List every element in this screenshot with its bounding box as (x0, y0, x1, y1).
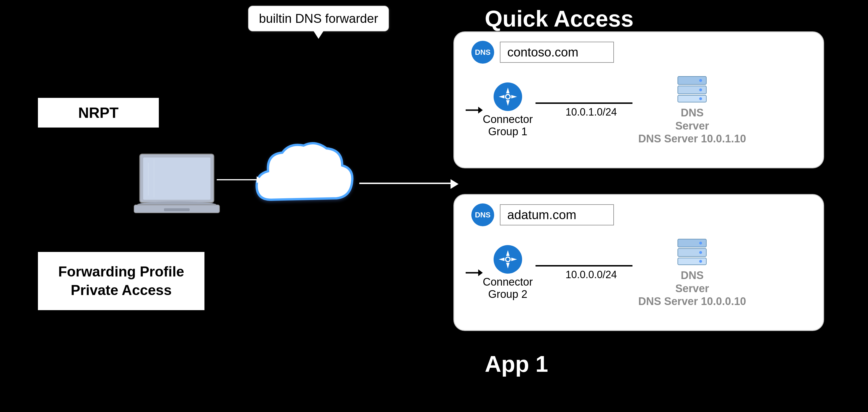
cloud-to-qa-arrow (451, 179, 459, 189)
quick-access-card-bottom: DNS adatum.com (454, 194, 824, 331)
diagram: NRPT Forwarding Profile Private Access (0, 0, 868, 412)
app1-label: App 1 (485, 351, 548, 377)
domain-box-bottom: adatum.com (500, 204, 614, 226)
svg-point-20 (699, 88, 702, 91)
conn-line-bottom (535, 265, 632, 266)
svg-point-30 (506, 258, 509, 261)
arrow-icon-bottom (466, 267, 483, 278)
dns-server-icon-top: DNSServerDNS Server 10.0.1.10 (638, 75, 746, 146)
dns-server-label-top: DNSServerDNS Server 10.0.1.10 (638, 107, 746, 146)
nrpt-box: NRPT (37, 97, 160, 128)
svg-rect-4 (164, 208, 190, 211)
dns-forwarder-bubble: builtin DNS forwarder (248, 6, 389, 31)
subnet-label-bottom: 10.0.0.0/24 (565, 269, 617, 281)
svg-point-36 (699, 260, 702, 263)
svg-point-21 (699, 97, 702, 100)
cloud-to-qa-line (359, 183, 454, 184)
dns-row-top: DNS contoso.com (454, 32, 823, 66)
dns-badge-bottom: DNS (471, 203, 494, 226)
dns-server-icon-bottom: DNSServerDNS Server 10.0.0.10 (638, 238, 746, 308)
conn-line-top (535, 102, 632, 104)
domain-box-top: contoso.com (500, 42, 614, 63)
connector-icon-bottom (494, 245, 522, 274)
connector-row-top: ConnectorGroup 1 10.0.1.0/24 (454, 75, 823, 146)
forwarding-profile-label: Forwarding Profile Private Access (58, 263, 184, 300)
cloud-icon (248, 137, 356, 223)
svg-rect-1 (143, 157, 211, 200)
svg-point-19 (699, 79, 702, 82)
svg-marker-23 (478, 269, 483, 276)
svg-point-15 (506, 95, 509, 98)
connector-label-top: ConnectorGroup 1 (483, 113, 533, 138)
connector-row-bottom: ConnectorGroup 2 10.0.0.0/24 (454, 238, 823, 308)
svg-marker-8 (478, 107, 483, 114)
dns-badge-top: DNS (471, 41, 494, 64)
svg-point-35 (699, 251, 702, 254)
arrow-icon-top (466, 105, 483, 116)
dns-server-label-bottom: DNSServerDNS Server 10.0.0.10 (638, 269, 746, 308)
connector-label-bottom: ConnectorGroup 2 (483, 276, 533, 300)
subnet-label-top: 10.0.1.0/24 (565, 106, 617, 118)
dns-row-bottom: DNS adatum.com (454, 195, 823, 229)
quick-access-card-top: DNS contoso.com (454, 31, 824, 168)
quick-access-label: Quick Access (485, 6, 633, 32)
forwarding-profile-box: Forwarding Profile Private Access (37, 251, 205, 311)
nrpt-label: NRPT (78, 104, 119, 121)
connector-icon-top (494, 83, 522, 111)
laptop-icon (131, 151, 222, 220)
svg-point-34 (699, 242, 702, 244)
